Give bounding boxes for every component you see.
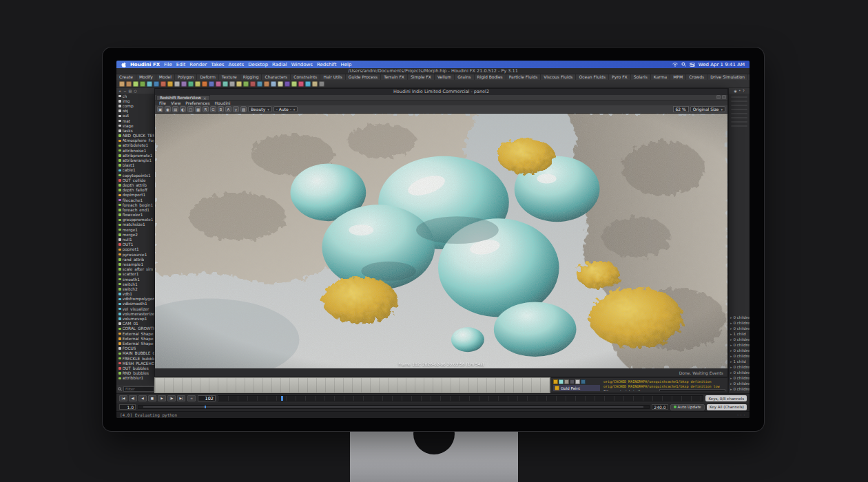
tree-item[interactable]: depth_falloff: [116, 188, 156, 193]
auto-update-button[interactable]: Auto Update: [670, 404, 705, 410]
menu-item[interactable]: Render: [189, 62, 207, 67]
resize-grip-icon[interactable]: ···: [736, 412, 746, 417]
save-icon[interactable]: ▣: [157, 106, 163, 112]
tree-item[interactable]: smooth1: [116, 277, 156, 282]
range-slider[interactable]: [138, 405, 650, 409]
tree-item[interactable]: resample1: [116, 262, 156, 266]
tree-item[interactable]: flowcolor1: [116, 213, 156, 218]
shelf-tool-icon[interactable]: [271, 81, 276, 87]
expand-arrow-icon[interactable]: ▸: [730, 332, 732, 336]
children-row[interactable]: ▸ 0 children: [729, 370, 750, 375]
range-end-field[interactable]: 240.0: [652, 404, 668, 410]
menu-item[interactable]: Takes: [211, 62, 224, 67]
play-button[interactable]: ▶: [158, 395, 166, 401]
shelf-tool-icon[interactable]: [195, 81, 200, 87]
shelf-tool-icon[interactable]: [174, 81, 180, 87]
shelf-tool-icon[interactable]: [243, 81, 249, 87]
tree-item[interactable]: copytopoints1: [116, 173, 156, 178]
shelf-tab[interactable]: Terrain FX: [381, 74, 408, 80]
tree-item[interactable]: null1: [116, 237, 156, 242]
tree-item[interactable]: scatter1: [116, 272, 156, 277]
timeline-track[interactable]: [218, 395, 703, 401]
shelf-tool-icon[interactable]: [285, 81, 290, 87]
selected-material[interactable]: Gold Paint: [553, 385, 600, 391]
shelf-tab[interactable]: Rigid Bodies: [475, 74, 506, 80]
wifi-icon[interactable]: [672, 63, 678, 67]
shelf-tab[interactable]: Solaris: [631, 74, 651, 80]
range-current-tick[interactable]: [205, 406, 206, 408]
menu-item[interactable]: Edit: [176, 62, 186, 67]
tree-item[interactable]: vdbfrompolygons1: [116, 297, 156, 302]
menu-item[interactable]: File: [164, 62, 172, 67]
children-row[interactable]: ▸ 0 children: [729, 337, 750, 342]
play-reverse-button[interactable]: ◀: [138, 395, 147, 401]
tree-item[interactable]: FRECKLE_bubbles: [116, 356, 156, 361]
shelf-tab[interactable]: Simple FX: [408, 74, 435, 80]
tree-item[interactable]: CAM_01: [116, 322, 156, 326]
children-row[interactable]: ▸ 0 children: [729, 386, 750, 392]
tree-item[interactable]: dopimport1: [116, 193, 156, 198]
help-icon[interactable]: ?: [743, 89, 745, 93]
tree-item[interactable]: OUT1: [116, 242, 156, 247]
gear-icon[interactable]: *: [739, 89, 741, 93]
tree-item[interactable]: cable1: [116, 168, 156, 173]
jump-to-start-button[interactable]: |◀: [119, 395, 127, 401]
tree-item[interactable]: External_Shape_2: [116, 336, 156, 341]
close-tab-icon[interactable]: ×: [203, 96, 207, 101]
gamma-icon[interactable]: γ: [233, 106, 239, 112]
animation-strip[interactable]: [154, 377, 550, 393]
control-center-icon[interactable]: [690, 63, 695, 67]
shelf-tab[interactable]: Rigging: [240, 74, 262, 80]
expand-arrow-icon[interactable]: ▸: [730, 376, 732, 380]
materials-filter-input[interactable]: [659, 389, 725, 391]
renderview-menu[interactable]: View: [171, 101, 180, 105]
tree-item[interactable]: External_Shape_3: [116, 341, 156, 346]
renderview-menu[interactable]: File: [159, 101, 166, 105]
pane-split-icon[interactable]: [722, 95, 726, 99]
flat-view-icon[interactable]: ▤: [128, 89, 132, 93]
shelf-tab[interactable]: Polygon: [175, 74, 198, 80]
tree-item[interactable]: merge2: [116, 232, 156, 237]
expand-arrow-icon[interactable]: ▸: [730, 359, 732, 364]
grid-icon[interactable]: ▦: [195, 106, 201, 112]
tree-item[interactable]: MESH_PLACEHOLDER: [116, 361, 156, 366]
render-canvas[interactable]: Frame 102: 2026-02-06 20:03:58 (1m 54s): [155, 114, 727, 368]
tree-item[interactable]: obj: [116, 109, 156, 114]
lut-icon[interactable]: ▧: [240, 106, 247, 112]
renderview-menu[interactable]: Preferences: [185, 101, 209, 105]
shelf-tool-icon[interactable]: [319, 81, 324, 87]
tree-item[interactable]: attribdelete1: [116, 143, 156, 148]
shelf-tab[interactable]: Particle Fluids: [506, 74, 541, 80]
shelf-tab[interactable]: MPM: [670, 74, 686, 80]
children-row[interactable]: ▸ 0 children: [729, 342, 750, 348]
material-swatch[interactable]: [553, 379, 558, 384]
tree-item[interactable]: CORAL_GROWTH: [116, 326, 156, 331]
children-row[interactable]: ▸ 0 children: [729, 320, 750, 326]
material-swatch[interactable]: [559, 379, 564, 384]
tree-item[interactable]: attribpromote1: [116, 153, 156, 158]
shelf-tab[interactable]: Create: [116, 74, 136, 80]
shelf-tool-icon[interactable]: [298, 81, 304, 87]
stop-button[interactable]: ■: [148, 395, 156, 401]
shelf-tab[interactable]: Deform: [197, 74, 218, 80]
material-swatch[interactable]: [564, 379, 569, 384]
renderview-titlebar[interactable]: Houdini Indie Limited-Commercial - panel…: [155, 89, 727, 95]
tree-item[interactable]: rand_attrib: [116, 257, 156, 262]
apple-icon[interactable]: [121, 62, 126, 67]
key-all-button[interactable]: Key All (Channels): [707, 404, 747, 410]
tree-item[interactable]: scale_after_sim: [116, 267, 156, 272]
shelf-tool-icon[interactable]: [257, 81, 262, 87]
tree-item[interactable]: switch2: [116, 286, 156, 291]
children-row[interactable]: ▸ 0 children: [729, 326, 750, 331]
shelf-tab[interactable]: Pyro FX: [609, 74, 631, 80]
tree-item[interactable]: attribwrangle1: [116, 158, 156, 163]
tree-item[interactable]: RND_bubbles: [116, 371, 156, 376]
shelf-tool-icon[interactable]: [140, 81, 145, 87]
menu-item[interactable]: Desktop: [248, 62, 268, 67]
expand-arrow-icon[interactable]: ▸: [730, 387, 732, 391]
children-row[interactable]: ▸ 0 children: [729, 364, 750, 370]
shelf-tab[interactable]: Drive Simulation: [707, 74, 748, 80]
shelf-tool-icon[interactable]: [264, 81, 269, 87]
expand-arrow-icon[interactable]: ▸: [730, 354, 732, 358]
shelf-tab[interactable]: Grains: [455, 74, 474, 80]
